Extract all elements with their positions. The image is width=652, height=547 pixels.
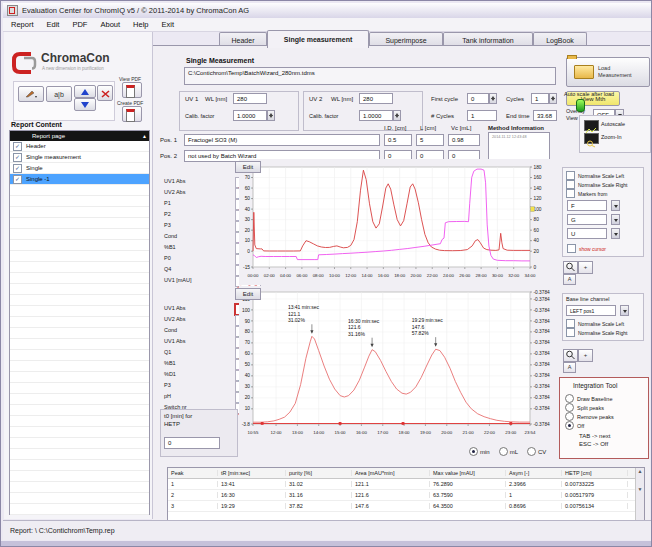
menu-item-exit[interactable]: Exit — [162, 20, 175, 29]
move-up-button[interactable] — [74, 85, 96, 98]
integration-option-split-peaks[interactable]: Split peaks — [565, 403, 604, 412]
pos1-id-input[interactable]: 0.5 — [384, 134, 412, 146]
pos1-vc-input[interactable]: 0.98 — [448, 134, 480, 146]
zoom-plus-icon-2[interactable]: + — [578, 349, 593, 362]
num-cycles-input[interactable]: 1 — [467, 110, 497, 121]
create-pdf-button[interactable] — [122, 106, 142, 122]
checkbox-icon — [566, 319, 575, 328]
zoom-plus-icon[interactable]: + — [578, 261, 593, 274]
markers-from-checkbox[interactable]: Markers from — [566, 189, 607, 198]
table-row[interactable]: 319:2937.82147.664.35000.86960.00756134 — [168, 501, 644, 512]
integration-option-off[interactable]: Off — [565, 421, 584, 430]
load-measurement-button[interactable]: Load Measurement — [566, 57, 650, 87]
radio-icon — [565, 421, 574, 430]
autoscale-after-load-led[interactable] — [576, 99, 585, 112]
svg-text:30: 30 — [245, 217, 251, 222]
title-bar[interactable]: Evaluation Center for ChromIQ v5 / © 201… — [3, 3, 652, 18]
show-cursor-checkbox[interactable]: show cursor — [567, 244, 606, 253]
menu-item-pdf[interactable]: PDF — [72, 20, 87, 29]
magnifier-plus-icon-2[interactable] — [563, 349, 578, 362]
cycles-input[interactable]: 1 — [531, 93, 549, 104]
svg-text:80: 80 — [245, 329, 251, 334]
marker-dropdown-u-button[interactable] — [611, 228, 620, 239]
uv2-calib-input[interactable]: 1.0000 — [359, 110, 393, 121]
normalise-right-checkbox[interactable]: Normalise Scale Right — [566, 180, 627, 189]
uv1-wl-input[interactable]: 280 — [233, 93, 267, 104]
uv2-wl-input[interactable]: 280 — [359, 93, 393, 104]
uv2-calib-spinner[interactable] — [393, 110, 401, 121]
row-checkbox[interactable]: ✓ — [13, 164, 22, 173]
svg-text:60: 60 — [245, 351, 251, 356]
chromacon-logo-icon — [9, 47, 39, 77]
unit-option-ml[interactable]: mL — [499, 447, 518, 456]
marker-dropdown-g-button[interactable] — [611, 214, 620, 225]
uv1-calib-label: Calib. factor — [185, 113, 214, 119]
scroll-up-icon[interactable]: ▲ — [142, 133, 147, 139]
uv1-calib-spinner[interactable] — [267, 110, 275, 121]
uv2-label: UV 2 — [309, 96, 322, 102]
cycles-spinner[interactable] — [549, 93, 557, 104]
report-row-single[interactable]: ✓Single — [10, 163, 149, 174]
row-checkbox[interactable]: ✓ — [13, 153, 22, 162]
sort-ab-button[interactable]: a|b — [46, 86, 72, 102]
baseline-normalise-left-checkbox[interactable]: Normalise Scale Left — [566, 319, 624, 328]
view-pdf-button[interactable] — [122, 82, 142, 98]
zoom-in-icon[interactable] — [584, 133, 599, 144]
autoscale-icon[interactable] — [584, 120, 599, 131]
bottom-chart[interactable]: 10:5512:0013:0014:0015:0016:0017:0018:00… — [239, 286, 555, 444]
menu-item-report[interactable]: Report — [11, 20, 34, 29]
method-info-label: Method Information — [488, 125, 544, 131]
unit-option-min[interactable]: min — [469, 447, 490, 456]
cursor-a-icon[interactable]: A — [563, 274, 576, 285]
table-row[interactable]: 113:4131.02121.176.28902.39660.00733225 — [168, 479, 644, 490]
zoom-in-label[interactable]: Zoom-In — [601, 134, 621, 140]
bottom-chart-edit-button[interactable]: Edit — [235, 288, 261, 300]
svg-text:147.6: 147.6 — [412, 324, 425, 330]
report-row-label: Single measurement — [26, 154, 81, 160]
method-info-box[interactable]: 2014.11.12 12:43:48 — [488, 132, 550, 162]
table-row[interactable]: 216:3031.16121.663.759010.00517979 — [168, 490, 644, 501]
file-path-box[interactable]: C:\Contichrom\Temp\BatchWizard_280nm.tdm… — [184, 67, 556, 85]
unit-option-cv[interactable]: CV — [527, 447, 546, 456]
report-row-single--1[interactable]: ✓Single -1 — [10, 174, 149, 185]
table-scrollbar[interactable]: ▲▼ — [635, 468, 644, 520]
report-row-single-measurement[interactable]: ✓Single measurement — [10, 152, 149, 163]
uv1-calib-input[interactable]: 1.0000 — [233, 110, 267, 121]
svg-text:-0.3784: -0.3784 — [534, 290, 551, 295]
svg-text:14:00: 14:00 — [313, 430, 325, 435]
first-cycle-input[interactable]: 0 — [467, 93, 489, 104]
integration-option-remove-peaks[interactable]: Remove peaks — [565, 412, 614, 421]
pos1-input[interactable]: Fractogel SO3 (M) — [184, 134, 380, 146]
normalise-left-checkbox[interactable]: Normalise Scale Left — [566, 171, 624, 180]
move-down-button[interactable] — [74, 98, 96, 111]
window-title: Evaluation Center for ChromIQ v5 / © 201… — [22, 6, 249, 15]
marker-dropdown-f-button[interactable] — [611, 200, 620, 211]
magnifier-plus-icon[interactable] — [563, 261, 578, 274]
first-cycle-spinner[interactable] — [489, 93, 497, 104]
t0-input[interactable]: 0 — [164, 437, 220, 449]
menu-item-help[interactable]: Help — [133, 20, 148, 29]
integration-option-draw-baseline[interactable]: Draw Baseline — [565, 394, 612, 403]
menu-item-about[interactable]: About — [100, 20, 120, 29]
svg-text:121.6: 121.6 — [348, 324, 361, 330]
cursor-a-icon-2[interactable]: A — [563, 362, 576, 373]
baseline-normalise-right-checkbox[interactable]: Normalise Scale Right — [566, 328, 627, 337]
menu-item-edit[interactable]: Edit — [47, 20, 60, 29]
pos1-l-input[interactable]: 5 — [416, 134, 444, 146]
tab-single-measurement[interactable]: Single measurement — [267, 30, 369, 48]
baseline-dropdown-button[interactable] — [620, 305, 629, 316]
delete-page-button[interactable] — [97, 85, 113, 101]
marker-dropdown-f[interactable]: F — [567, 200, 607, 211]
checkbox-icon — [566, 189, 575, 198]
marker-dropdown-g[interactable]: G — [567, 214, 607, 225]
top-chart[interactable]: 00:0002:0004:0006:0008:0010:0012:0014:00… — [239, 159, 555, 285]
top-chart-edit-button[interactable]: Edit — [235, 161, 261, 173]
edit-pen-button[interactable] — [18, 86, 44, 102]
autoscale-label[interactable]: Autoscale — [601, 121, 625, 127]
legend-item-label: Cond — [164, 233, 177, 239]
marker-dropdown-u[interactable]: U — [567, 228, 607, 239]
baseline-dropdown[interactable]: LEFT pos1 — [566, 305, 616, 316]
row-checkbox[interactable]: ✓ — [13, 175, 22, 184]
row-checkbox[interactable]: ✓ — [13, 142, 22, 151]
report-row-header[interactable]: ✓Header — [10, 141, 149, 152]
